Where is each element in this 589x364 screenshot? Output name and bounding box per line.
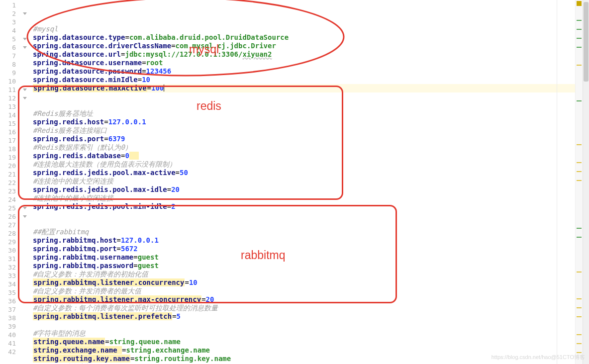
code-line[interactable]: spring.datasource.minIdle=10 — [33, 76, 575, 84]
line-number: 14 — [0, 111, 16, 119]
line-number: 17 — [0, 136, 16, 145]
marker-yellow[interactable] — [577, 162, 582, 163]
line-number: 23 — [0, 187, 16, 195]
code-line[interactable]: spring.rabbitmq.username=guest — [33, 253, 575, 262]
marker-green[interactable] — [577, 47, 582, 48]
line-number: 34 — [0, 280, 16, 288]
code-line[interactable]: spring.redis.jedis.pool.max-idle=20 — [33, 185, 575, 194]
line-number: 27 — [0, 221, 16, 229]
line-number: 29 — [0, 238, 16, 246]
code-line[interactable]: #mysql — [33, 25, 575, 33]
code-line[interactable]: #Redis服务器地址 — [33, 109, 575, 118]
code-line[interactable]: #Redis服务器连接端口 — [33, 126, 575, 135]
scrollbar-thumb[interactable] — [584, 2, 589, 82]
code-line[interactable]: #连接池最大连接数（使用负值表示没有限制） — [33, 160, 575, 169]
code-line[interactable]: spring.redis.database=0 — [33, 152, 575, 160]
vertical-scrollbar[interactable] — [583, 0, 589, 364]
analysis-status-icon — [577, 1, 582, 6]
code-line[interactable]: spring.rabbitmq.listener.concurrency=10 — [33, 278, 575, 287]
line-number: 18 — [0, 145, 16, 153]
code-line[interactable] — [33, 211, 575, 219]
editor: 1234567891011121314151617181920212223242… — [0, 0, 589, 364]
marker-yellow[interactable] — [577, 316, 582, 317]
code-line[interactable]: spring.rabbitmq.port=5672 — [33, 245, 575, 253]
line-number: 3 — [0, 18, 16, 26]
marker-yellow[interactable] — [577, 65, 582, 66]
marker-yellow[interactable] — [577, 144, 582, 145]
line-number: 26 — [0, 212, 16, 221]
marker-yellow[interactable] — [577, 272, 582, 273]
line-number: 1 — [0, 1, 16, 9]
marker-yellow[interactable] — [577, 352, 582, 353]
code-line[interactable]: spring.redis.host=127.0.0.1 — [33, 118, 575, 126]
code-line[interactable]: #自定义参数：每个消费者每次监听时可拉取处理的消息数量 — [33, 304, 575, 312]
line-number: 2 — [0, 9, 16, 18]
marker-green[interactable] — [577, 100, 582, 101]
line-number: 16 — [0, 128, 16, 136]
marker-green[interactable] — [577, 20, 582, 21]
code-line[interactable]: spring.redis.jedis.pool.max-active=50 — [33, 169, 575, 177]
code-line[interactable] — [33, 321, 575, 329]
line-number: 39 — [0, 322, 16, 331]
code-line[interactable] — [33, 92, 575, 101]
line-number: 38 — [0, 314, 16, 322]
marker-green[interactable] — [577, 237, 582, 238]
line-number: 30 — [0, 246, 16, 255]
code-line[interactable]: spring.datasource.username=root — [33, 59, 575, 67]
code-line[interactable] — [33, 101, 575, 109]
code-line[interactable]: spring.datasource.type=com.alibaba.druid… — [33, 33, 575, 42]
line-number: 20 — [0, 162, 16, 170]
code-line[interactable]: #Redis数据库索引（默认为0） — [33, 143, 575, 152]
line-number: 9 — [0, 69, 16, 77]
code-line[interactable]: #连接池中的最大空闲连接 — [33, 177, 575, 185]
code-line[interactable]: spring.redis.jedis.pool.min-idle=2 — [33, 202, 575, 211]
code-line[interactable]: ##配置rabbitmq — [33, 228, 575, 236]
line-number: 11 — [0, 86, 16, 94]
line-number: 4 — [0, 26, 16, 35]
line-number: 15 — [0, 119, 16, 128]
code-line[interactable]: #字符串型的消息 — [33, 329, 575, 338]
line-number: 31 — [0, 255, 16, 263]
watermark: https://blog.csdn.net/hao@51CTO博客 — [491, 354, 585, 361]
marker-yellow[interactable] — [577, 171, 582, 172]
code-line[interactable] — [33, 219, 575, 228]
line-number: 35 — [0, 288, 16, 297]
code-line[interactable]: spring.rabbitmq.password=guest — [33, 262, 575, 270]
code-line[interactable]: spring.datasource.maxActive=100 — [33, 84, 575, 92]
fold-column[interactable] — [21, 0, 29, 364]
code-line[interactable]: spring.datasource.password=123456 — [33, 67, 575, 76]
code-line[interactable]: string.queue.name=string.queue.name — [33, 338, 575, 346]
marker-green[interactable] — [577, 29, 582, 30]
line-number: 40 — [0, 331, 16, 339]
code-line[interactable]: spring.datasource.url=jdbc:mysql://127.0… — [33, 50, 575, 59]
code-line[interactable]: spring.redis.port=6379 — [33, 135, 575, 143]
code-line[interactable]: spring.rabbitmq.listener.prefetch=5 — [33, 312, 575, 321]
line-number: 8 — [0, 60, 16, 69]
code-line[interactable]: #自定义参数：并发消费者的初始化值 — [33, 270, 575, 278]
marker-yellow[interactable] — [577, 298, 582, 299]
line-number: 33 — [0, 272, 16, 280]
code-line[interactable]: #自定义参数：并发消费者的最大值 — [33, 287, 575, 295]
marker-yellow[interactable] — [577, 334, 582, 335]
line-number: 28 — [0, 229, 16, 238]
line-number: 13 — [0, 102, 16, 111]
code-line[interactable]: spring.rabbitmq.listener.max-concurrency… — [33, 295, 575, 304]
code-line[interactable]: spring.rabbitmq.host=127.0.0.1 — [33, 236, 575, 245]
line-number: 36 — [0, 297, 16, 305]
marker-green[interactable] — [577, 228, 582, 229]
code-line[interactable]: #连接池中的最小空闲连接 — [33, 194, 575, 202]
code-area[interactable]: #mysqlspring.datasource.type=com.alibaba… — [33, 0, 575, 364]
change-marker-column — [29, 0, 33, 364]
code-line[interactable]: spring.datasource.driverClassName=com.my… — [33, 42, 575, 50]
line-number: 24 — [0, 195, 16, 204]
error-stripe[interactable] — [575, 0, 583, 364]
line-number: 22 — [0, 179, 16, 187]
marker-yellow[interactable] — [577, 180, 582, 181]
marker-yellow[interactable] — [577, 343, 582, 344]
line-number: 32 — [0, 263, 16, 272]
line-number: 25 — [0, 204, 16, 212]
marker-yellow[interactable] — [577, 307, 582, 308]
marker-green[interactable] — [577, 38, 582, 39]
right-margin-guide — [557, 0, 557, 364]
line-number: 21 — [0, 170, 16, 179]
